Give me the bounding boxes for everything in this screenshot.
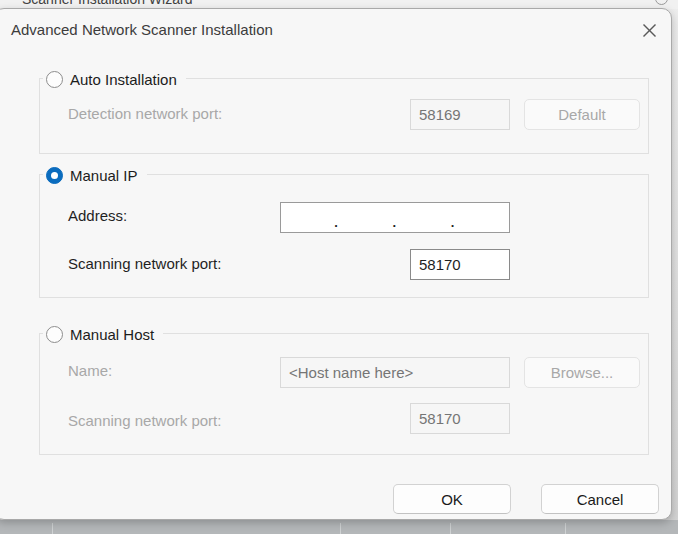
radio-manual-ip[interactable] — [46, 167, 63, 184]
host-name-input — [280, 357, 510, 388]
background-window-close-icon — [655, 0, 668, 5]
scanning-network-port-label-ip: Scanning network port: — [68, 255, 221, 272]
ip-octet-1[interactable] — [281, 203, 334, 232]
ip-address-input[interactable]: . . . — [280, 202, 510, 233]
detection-network-port-label: Detection network port: — [68, 105, 222, 122]
browse-button: Browse... — [524, 357, 640, 388]
radio-auto-installation[interactable] — [46, 71, 63, 88]
close-icon — [642, 23, 657, 38]
group-manual-ip: Manual IP Address: . . . Scanning networ… — [39, 174, 649, 298]
scanning-network-port-input-ip[interactable] — [410, 249, 510, 280]
radio-row-manual-host[interactable]: Manual Host — [43, 323, 163, 345]
scanning-network-port-input-host — [410, 403, 510, 434]
radio-manual-host[interactable] — [46, 326, 63, 343]
close-button[interactable] — [632, 13, 666, 47]
dialog-advanced-network-scanner-installation: Advanced Network Scanner Installation Au… — [0, 8, 672, 520]
scanning-network-port-label-host: Scanning network port: — [68, 412, 221, 429]
background-window-title: Scanner Installation Wizard — [22, 0, 192, 7]
ip-octet-3[interactable] — [398, 203, 451, 232]
radio-row-auto-installation[interactable]: Auto Installation — [43, 68, 186, 90]
radio-label-auto-installation: Auto Installation — [70, 71, 177, 88]
detection-network-port-input — [410, 99, 510, 130]
dialog-title: Advanced Network Scanner Installation — [11, 21, 273, 38]
ip-octet-2[interactable] — [339, 203, 392, 232]
default-button: Default — [524, 99, 640, 130]
background-window-bottom-edge — [0, 520, 678, 534]
group-manual-host: Manual Host Name: Browse... Scanning net… — [39, 333, 649, 455]
group-auto-installation: Auto Installation Detection network port… — [39, 78, 649, 154]
address-label: Address: — [68, 207, 127, 224]
radio-label-manual-host: Manual Host — [70, 326, 154, 343]
host-name-label: Name: — [68, 362, 112, 379]
radio-label-manual-ip: Manual IP — [70, 167, 138, 184]
ip-octet-4[interactable] — [456, 203, 509, 232]
cancel-button[interactable]: Cancel — [541, 484, 659, 514]
ok-button[interactable]: OK — [393, 484, 511, 514]
radio-row-manual-ip[interactable]: Manual IP — [43, 164, 147, 186]
